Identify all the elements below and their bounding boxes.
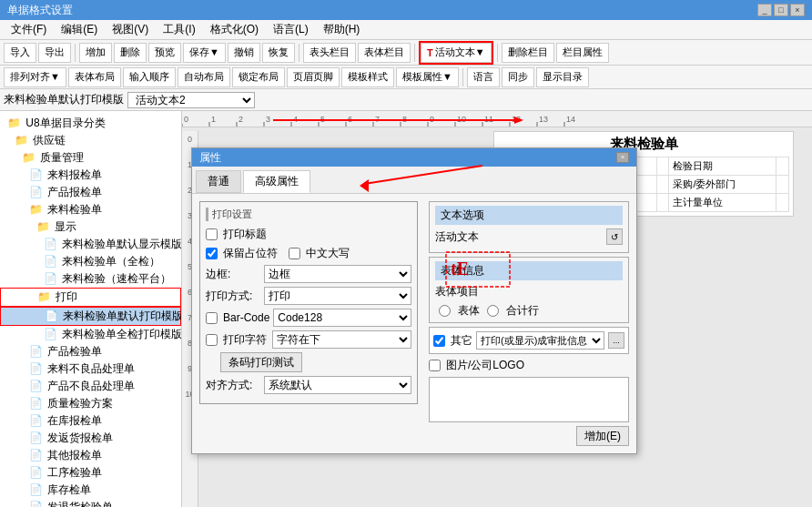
tab-normal[interactable]: 普通 xyxy=(196,170,241,193)
header-footer-btn[interactable]: 页眉页脚 xyxy=(287,67,340,87)
tree-return-check[interactable]: 📄 发返货报检单 xyxy=(0,430,181,447)
tree-display[interactable]: 📁 显示 xyxy=(0,218,181,236)
template-attr-btn[interactable]: 模板属性▼ xyxy=(396,67,459,87)
show-dir-btn[interactable]: 显示目录 xyxy=(536,67,589,87)
tree-full-check[interactable]: 📄 来料检验单（全检） xyxy=(0,253,181,270)
menu-help[interactable]: 帮助(H) xyxy=(316,20,368,39)
tree-incoming-inspect[interactable]: 📁 来料检验单 xyxy=(0,201,181,218)
window-title: 单据格式设置 xyxy=(7,3,757,18)
tree-quality-plan[interactable]: 📄 质量检验方案 xyxy=(0,395,181,412)
menu-tools[interactable]: 工具(I) xyxy=(156,20,202,39)
print-char-select[interactable]: 字符在下 xyxy=(272,330,411,349)
tree-quality[interactable]: 📁 质量管理 xyxy=(0,149,181,167)
cell-dept-val xyxy=(776,176,789,194)
total-radio[interactable] xyxy=(487,305,499,317)
tree-print-folder[interactable]: 📁 打印 xyxy=(0,288,181,307)
cell-check-date: 检验日期 xyxy=(669,157,776,176)
import-btn[interactable]: 导入 xyxy=(4,43,36,63)
doc-icon16: 📄 xyxy=(29,483,43,496)
barcode-check[interactable] xyxy=(206,312,218,324)
tree-process-check[interactable]: 📄 工序检验单 xyxy=(0,464,181,482)
props-tabs: 普通 高级属性 xyxy=(192,167,636,194)
active-text-reset-btn[interactable]: ↺ xyxy=(606,228,623,245)
props-close-btn[interactable]: × xyxy=(616,152,629,163)
menu-format[interactable]: 格式化(O) xyxy=(203,20,266,39)
template-style-btn[interactable]: 模板样式 xyxy=(341,67,394,87)
tree-return-check-label: 发返货报检单 xyxy=(47,431,113,444)
restore-btn[interactable]: 恢复 xyxy=(262,43,295,63)
tree-incoming-check[interactable]: 📄 来料报检单 xyxy=(0,167,181,184)
print-method-select[interactable]: 打印 xyxy=(264,287,411,305)
tree-root[interactable]: 📁 U8单据目录分类 xyxy=(0,115,181,132)
align-btn[interactable]: 排列对齐▼ xyxy=(4,67,66,87)
print-section-label: 打印设置 xyxy=(206,208,411,221)
undo-btn[interactable]: 撤销 xyxy=(228,43,260,63)
tree-speed-check[interactable]: 📄 来料检验（速检平台） xyxy=(0,270,181,288)
del-col-btn[interactable]: 删除栏目 xyxy=(502,43,554,63)
other-check[interactable] xyxy=(433,335,445,347)
tree-full-print[interactable]: 📄 来料检验单全检打印模版 xyxy=(0,326,181,343)
tree-process-check-label: 工序检验单 xyxy=(47,466,102,479)
tree-other-check[interactable]: 📄 其他报检单 xyxy=(0,447,181,464)
folder-icon5: 📁 xyxy=(36,220,50,233)
table-body-radio[interactable] xyxy=(439,305,451,317)
tab-advanced[interactable]: 高级属性 xyxy=(243,170,310,193)
align-select[interactable]: 系统默认 xyxy=(264,376,411,394)
tree-defect2-label: 产品不良品处理单 xyxy=(47,380,135,392)
tree-default-print[interactable]: 📄 来料检验单默认打印模版 xyxy=(0,307,181,326)
active-text-btn[interactable]: T 活动文本▼ xyxy=(421,43,492,63)
tree-incoming-inspect-label: 来料检验单 xyxy=(47,203,102,216)
menu-view[interactable]: 视图(V) xyxy=(105,20,156,39)
barcode-select[interactable]: Code128 xyxy=(273,309,411,327)
tree-default-display[interactable]: 📄 来料检验单默认显示模版 xyxy=(0,236,181,253)
delete-btn[interactable]: 删除 xyxy=(114,43,147,63)
lang-btn[interactable]: 语言 xyxy=(467,67,500,87)
template-select[interactable]: 活动文本2 xyxy=(127,92,255,108)
maximize-btn[interactable]: □ xyxy=(774,4,788,16)
tree-inv-check[interactable]: 📄 库存检单 xyxy=(0,482,181,499)
add-btn[interactable]: 增加 xyxy=(79,43,112,63)
title-bar: 单据格式设置 _ □ × xyxy=(0,0,812,20)
tree-supply[interactable]: 📁 供应链 xyxy=(0,132,181,149)
auto-layout-btn[interactable]: 自动布局 xyxy=(178,67,230,87)
lock-layout-btn[interactable]: 锁定布局 xyxy=(232,67,285,87)
logo-check[interactable] xyxy=(429,360,441,371)
print-title-check[interactable] xyxy=(206,228,218,240)
body-col-btn[interactable]: 表体栏目 xyxy=(358,43,411,63)
menu-edit[interactable]: 编辑(E) xyxy=(54,20,105,39)
preview-btn[interactable]: 预览 xyxy=(148,43,181,63)
tree-product-check[interactable]: 📄 产品报检单 xyxy=(0,184,181,201)
add-e-btn[interactable]: 增加(E) xyxy=(576,426,629,446)
menu-file[interactable]: 文件(F) xyxy=(4,20,54,39)
menu-language[interactable]: 语言(L) xyxy=(266,20,316,39)
toolbar2: 排列对齐▼ 表体布局 输入顺序 自动布局 锁定布局 页眉页脚 模板样式 模板属性… xyxy=(0,66,812,89)
col-props-btn[interactable]: 栏目属性 xyxy=(556,43,609,63)
other-select[interactable]: 打印(或显示)成审批信息 xyxy=(476,331,604,350)
sync-btn[interactable]: 同步 xyxy=(502,67,534,87)
tree-stock-check[interactable]: 📄 在库报检单 xyxy=(0,412,181,430)
tree-defect1[interactable]: 📄 来料不良品处理单 xyxy=(0,360,181,378)
keep-placeholder-check[interactable] xyxy=(206,248,218,259)
barcode-test-btn[interactable]: 条码打印测试 xyxy=(220,352,302,372)
minimize-btn[interactable]: _ xyxy=(757,4,772,16)
tree-defect2[interactable]: 📄 产品不良品处理单 xyxy=(0,378,181,395)
doc-icon14: 📄 xyxy=(29,449,43,461)
save-btn[interactable]: 保存▼ xyxy=(183,43,226,63)
header-col-btn[interactable]: 表头栏目 xyxy=(303,43,356,63)
print-char-check[interactable] xyxy=(206,334,218,346)
border-select[interactable]: 边框 xyxy=(264,265,411,283)
tree-ship-check[interactable]: 📄 发退货检验单 xyxy=(0,499,181,507)
cell-spec-val xyxy=(656,194,669,212)
doc-icon4: 📄 xyxy=(44,255,57,268)
tree-full-check-label: 来料检验单（全检） xyxy=(62,255,160,268)
body-layout-btn[interactable]: 表体布局 xyxy=(68,67,121,87)
tree-product-inspect[interactable]: 📄 产品检验单 xyxy=(0,343,181,360)
export-btn[interactable]: 导出 xyxy=(38,43,71,63)
chinese-caps-check[interactable] xyxy=(289,248,300,259)
text-select-box: 文本选项 活动文本 ↺ xyxy=(429,201,629,253)
toolbar1: 导入 导出 增加 删除 预览 保存▼ 撤销 恢复 表头栏目 表体栏目 T 活动文… xyxy=(0,40,812,66)
lang-label: 语言 xyxy=(473,70,493,84)
close-btn[interactable]: × xyxy=(790,4,805,16)
other-more-btn[interactable]: ... xyxy=(608,332,624,349)
input-order-btn[interactable]: 输入顺序 xyxy=(123,67,176,87)
